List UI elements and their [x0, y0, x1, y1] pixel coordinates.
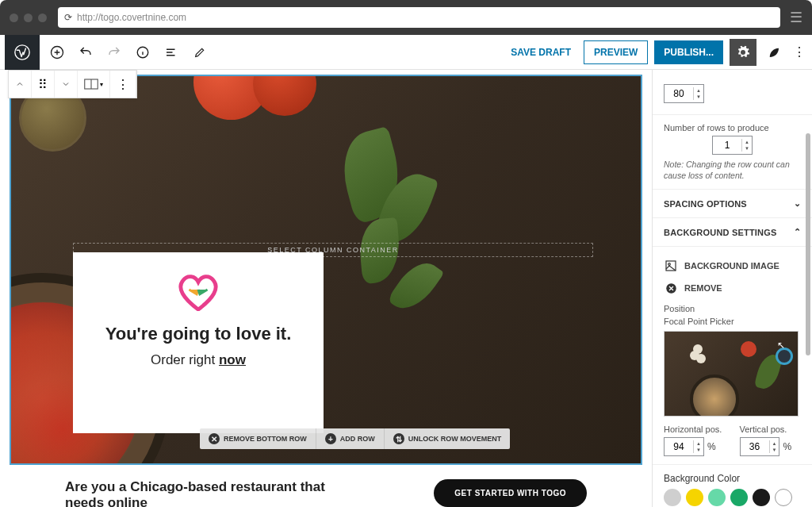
focal-picker-label: Focal Point Picker: [664, 317, 801, 326]
editor-toolbar-left: [44, 40, 213, 65]
menu-icon[interactable]: ☰: [790, 9, 802, 26]
block-toolbar: ⠿ ▾ ⋮: [8, 70, 137, 98]
reload-icon[interactable]: ⟳: [64, 12, 72, 23]
scrollbar[interactable]: [806, 133, 810, 355]
color-swatch[interactable]: [686, 489, 703, 506]
unlock-icon: ⇅: [393, 433, 404, 444]
rows-value[interactable]: [713, 140, 741, 151]
below-heading[interactable]: Are you a Chicago-based restaurant that …: [65, 479, 366, 507]
color-swatch[interactable]: [730, 489, 748, 506]
h-pos-label: Horizontal pos.: [664, 424, 726, 434]
bg-image-button[interactable]: BACKGROUND IMAGE: [664, 255, 801, 277]
settings-gear-icon[interactable]: [730, 39, 756, 66]
rows-panel: Number of rows to produce ▲▼ Note: Chang…: [653, 115, 812, 190]
traffic-close[interactable]: [10, 13, 18, 22]
undo-icon[interactable]: [73, 40, 98, 65]
svg-point-0: [15, 44, 29, 59]
focal-point-picker[interactable]: ↖: [664, 331, 799, 417]
image-icon: [664, 259, 678, 273]
number-field-row: ▲▼: [653, 70, 812, 115]
bg-color-panel: Background Color: [653, 465, 812, 507]
position-label: Position: [664, 304, 801, 313]
color-swatch[interactable]: [664, 489, 681, 506]
color-swatch[interactable]: [775, 489, 792, 506]
edit-icon[interactable]: [187, 40, 213, 65]
add-row-button[interactable]: +ADD ROW: [316, 428, 385, 449]
spinner-icon[interactable]: ▲▼: [769, 440, 779, 453]
block-more-icon[interactable]: ⋮: [110, 71, 136, 98]
cta-button[interactable]: GET STARTED WITH TOGO: [434, 479, 587, 507]
chevron-up-icon: ⌃: [794, 227, 801, 237]
rows-note: Note: Changing the row count can cause l…: [664, 159, 801, 181]
chevron-down-icon: ⌄: [794, 198, 801, 209]
hero-card[interactable]: You're going to love it. Order right now: [73, 252, 324, 433]
traffic-lights: [10, 13, 47, 22]
spacing-panel-header[interactable]: SPACING OPTIONS ⌄: [653, 190, 812, 218]
v-pos-label: Vertical pos.: [740, 424, 802, 434]
position-inputs: Horizontal pos. ▲▼ % Vertical pos.: [664, 424, 801, 456]
number-value[interactable]: [665, 88, 693, 99]
url-bar[interactable]: ⟳ http://togo.covertnine.com: [58, 7, 780, 28]
rows-input[interactable]: ▲▼: [712, 136, 753, 155]
rows-label: Number of rows to produce: [664, 123, 801, 133]
cursor-icon: ↖: [777, 340, 785, 351]
spinner-icon[interactable]: ▲▼: [693, 87, 703, 100]
v-pos-input[interactable]: ▲▼: [740, 437, 780, 456]
drag-handle-icon[interactable]: ⠿: [32, 71, 55, 98]
heart-hands-icon: [175, 271, 221, 311]
column-layout-icon[interactable]: ▾: [78, 71, 110, 98]
settings-sidebar: ▲▼ Number of rows to produce ▲▼ Note: Ch…: [652, 70, 812, 507]
more-options-icon[interactable]: ⋮: [791, 44, 807, 60]
save-draft-button[interactable]: SAVE DRAFT: [504, 42, 577, 63]
info-icon[interactable]: [130, 40, 155, 65]
hero-subtext[interactable]: Order right now: [151, 352, 246, 368]
remove-circle-icon: [664, 281, 678, 295]
hero-heading[interactable]: You're going to love it.: [105, 324, 292, 344]
traffic-min[interactable]: [24, 13, 33, 22]
hero-block[interactable]: SELECT COLUMN CONTAINER You're going to …: [10, 75, 642, 465]
below-hero-section: Are you a Chicago-based restaurant that …: [10, 479, 642, 507]
svg-point-5: [668, 263, 671, 266]
add-icon: +: [325, 433, 336, 444]
move-up-icon[interactable]: [9, 71, 32, 98]
spinner-icon[interactable]: ▲▼: [693, 440, 703, 453]
traffic-max[interactable]: [38, 13, 47, 22]
remove-bg-button[interactable]: REMOVE: [664, 277, 801, 299]
wp-admin-bar: SAVE DRAFT PREVIEW PUBLISH... ⋮: [0, 35, 812, 70]
editor-toolbar-right: SAVE DRAFT PREVIEW PUBLISH... ⋮: [504, 39, 807, 66]
preview-button[interactable]: PREVIEW: [584, 40, 648, 64]
publish-button[interactable]: PUBLISH...: [654, 40, 723, 64]
remove-row-button[interactable]: ✕REMOVE BOTTOM ROW: [200, 428, 316, 449]
unlock-row-button[interactable]: ⇅UNLOCK ROW MOVEMENT: [385, 428, 511, 449]
number-input-80[interactable]: ▲▼: [664, 84, 704, 103]
remove-icon: ✕: [209, 433, 220, 444]
background-panel-header[interactable]: BACKGROUND SETTINGS ⌃: [653, 218, 812, 247]
browser-chrome: ⟳ http://togo.covertnine.com ☰: [0, 0, 812, 35]
add-block-icon[interactable]: [44, 40, 70, 65]
list-view-icon[interactable]: [159, 40, 184, 65]
spinner-icon[interactable]: ▲▼: [741, 139, 752, 152]
wordpress-logo-icon[interactable]: [5, 35, 40, 70]
row-controls: ✕REMOVE BOTTOM ROW +ADD ROW ⇅UNLOCK ROW …: [200, 428, 510, 449]
h-pos-input[interactable]: ▲▼: [664, 437, 704, 456]
leaf-icon[interactable]: [763, 45, 785, 60]
color-swatch[interactable]: [708, 489, 726, 506]
color-swatches: [664, 489, 801, 506]
background-panel: BACKGROUND IMAGE REMOVE Position Focal P…: [653, 247, 812, 465]
color-swatch[interactable]: [753, 489, 770, 506]
editor-canvas[interactable]: ⠿ ▾ ⋮ SELECT COLUMN CONTAINER You're goi: [0, 70, 652, 507]
move-down-icon[interactable]: [55, 71, 78, 98]
bg-color-label: Background Color: [664, 473, 801, 484]
url-text: http://togo.covertnine.com: [77, 12, 186, 23]
redo-icon[interactable]: [102, 40, 127, 65]
